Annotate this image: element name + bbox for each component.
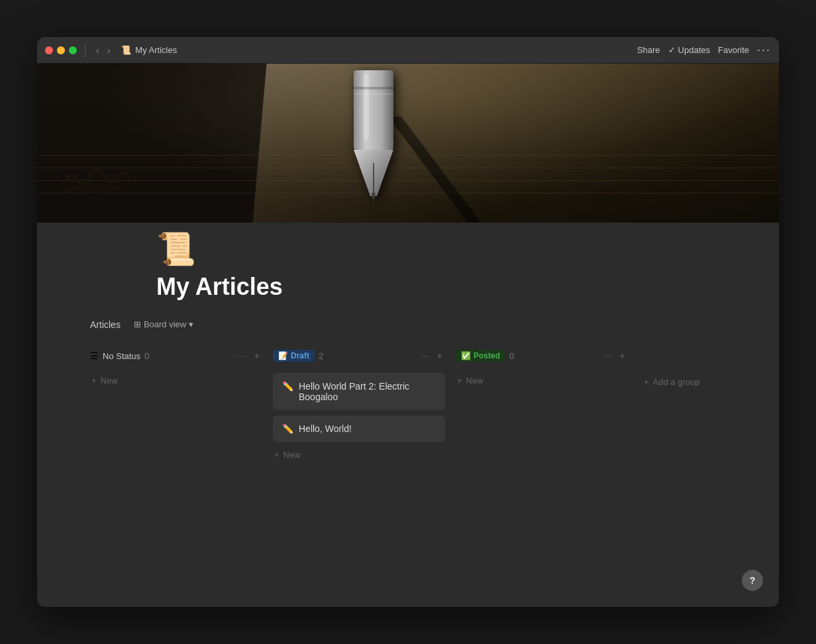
column-draft: 📝 Draft 2 ··· + ✏️ Hello World Part 2: E… (273, 345, 445, 462)
board: ☰ No Status 0 ··· + + New (37, 345, 779, 462)
draft-new-label: New (283, 450, 301, 460)
view-section-label: Articles (90, 319, 121, 330)
card-icon-2: ✏️ (282, 423, 293, 434)
svg-rect-5 (354, 87, 393, 89)
chevron-down-icon: ▾ (189, 319, 193, 329)
card-text-2: Hello, World! (299, 423, 352, 434)
page-title-area: My Articles (37, 268, 779, 317)
posted-more-button[interactable]: ··· (601, 349, 615, 362)
posted-badge-icon: ✅ (461, 351, 471, 360)
updates-button[interactable]: ✓ Updates (668, 45, 710, 55)
hero-image (37, 64, 779, 223)
titlebar: ‹ › 📜 My Articles Share ✓ Updates Favori… (37, 37, 779, 64)
nav-buttons: ‹ › (93, 44, 113, 57)
posted-new-label: New (466, 376, 484, 386)
draft-new-button[interactable]: + New (273, 447, 445, 462)
no-status-icon: ☰ (90, 350, 99, 361)
views-row: Articles ⊞ Board view ▾ (37, 317, 779, 345)
page-content: 📜 My Articles Articles ⊞ Board view ▾ ☰ … (37, 223, 779, 489)
app-window: ‹ › 📜 My Articles Share ✓ Updates Favori… (37, 37, 779, 607)
posted-add-button[interactable]: + (617, 349, 628, 362)
column-header-no-status: ☰ No Status 0 ··· + (90, 345, 262, 366)
posted-new-button[interactable]: + New (456, 373, 628, 388)
no-status-label: No Status (103, 351, 140, 361)
no-status-count: 0 (144, 351, 149, 361)
column-posted: ✅ Posted 0 ··· + + New (456, 345, 628, 388)
draft-add-button[interactable]: + (434, 349, 445, 362)
plus-icon: + (91, 376, 97, 386)
share-button[interactable]: Share (637, 45, 660, 55)
column-header-posted: ✅ Posted 0 ··· + (456, 345, 628, 366)
page-icon-area: 📜 (37, 223, 779, 268)
back-button[interactable]: ‹ (93, 44, 102, 57)
divider (85, 44, 85, 57)
minimize-button[interactable] (57, 46, 65, 54)
titlebar-page-icon: 📜 (121, 45, 131, 55)
more-options-button[interactable]: ··· (757, 43, 771, 57)
maximize-button[interactable] (69, 46, 77, 54)
board-view-icon: ⊞ (134, 319, 141, 329)
page-icon: 📜 (156, 231, 196, 266)
draft-count: 2 (319, 351, 323, 361)
updates-label: Updates (678, 45, 710, 55)
draft-badge-icon: 📝 (278, 351, 288, 360)
draft-actions: ··· + (419, 349, 445, 362)
titlebar-title: 📜 My Articles (121, 45, 177, 55)
traffic-lights (45, 46, 77, 54)
svg-rect-4 (364, 74, 369, 140)
close-button[interactable] (45, 46, 53, 54)
svg-rect-6 (354, 93, 393, 95)
column-title-draft: 📝 Draft 2 (273, 350, 415, 362)
add-group-label: Add a group (653, 377, 700, 387)
column-no-status: ☰ No Status 0 ··· + + New (90, 345, 262, 388)
handwriting-graphic (57, 150, 176, 203)
posted-count: 0 (509, 351, 514, 361)
posted-badge-label: Posted (474, 351, 500, 360)
no-status-actions: ··· + (236, 349, 262, 362)
posted-actions: ··· + (601, 349, 628, 362)
no-status-add-button[interactable]: + (252, 349, 262, 362)
plus-icon-draft: + (274, 450, 280, 460)
no-status-more-button[interactable]: ··· (236, 349, 249, 362)
page-title: My Articles (156, 273, 660, 301)
card-hello-world[interactable]: ✏️ Hello, World! (273, 415, 445, 442)
card-text-1: Hello World Part 2: Electric Boogaloo (299, 381, 436, 402)
draft-badge-label: Draft (291, 351, 309, 360)
board-view-label: Board view (144, 319, 186, 329)
draft-badge: 📝 Draft (273, 350, 315, 362)
column-title-posted: ✅ Posted 0 (456, 350, 597, 362)
draft-more-button[interactable]: ··· (419, 349, 432, 362)
column-header-draft: 📝 Draft 2 ··· + (273, 345, 445, 366)
favorite-button[interactable]: Favorite (718, 45, 749, 55)
updates-check-icon: ✓ (668, 45, 676, 55)
card-icon-1: ✏️ (282, 381, 293, 392)
help-button[interactable]: ? (742, 570, 763, 591)
column-title-no-status: ☰ No Status 0 (90, 350, 232, 361)
no-status-new-label: New (101, 376, 118, 386)
forward-button[interactable]: › (105, 44, 113, 57)
titlebar-actions: Share ✓ Updates Favorite ··· (637, 43, 771, 57)
posted-badge: ✅ Posted (456, 350, 505, 362)
plus-icon-posted: + (457, 376, 462, 386)
svg-rect-0 (354, 70, 393, 150)
plus-icon-group: + (644, 377, 649, 387)
titlebar-page-name: My Articles (135, 45, 177, 55)
board-view-button[interactable]: ⊞ Board view ▾ (128, 317, 199, 332)
add-group-button[interactable]: + Add a group (638, 373, 705, 391)
no-status-new-button[interactable]: + New (90, 373, 262, 388)
card-hello-world-part2[interactable]: ✏️ Hello World Part 2: Electric Boogaloo (273, 373, 445, 410)
hero-background (37, 64, 779, 223)
pen-nib-graphic (334, 70, 413, 203)
